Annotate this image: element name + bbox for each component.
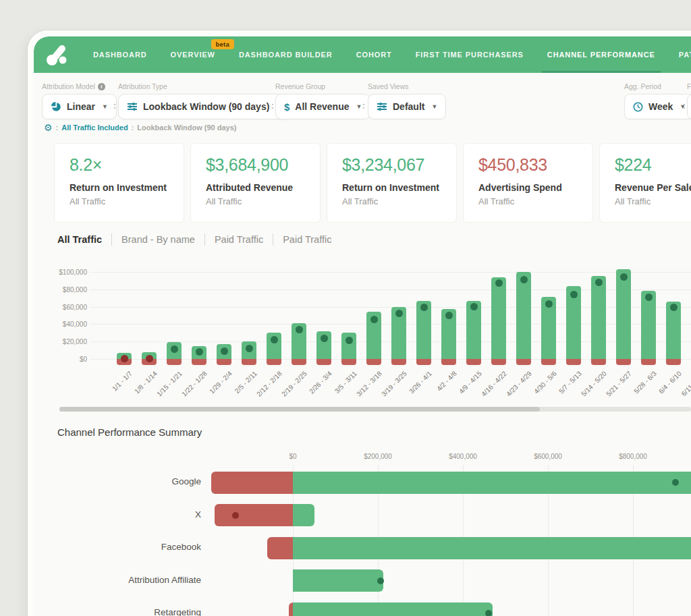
nav-item-label: DASHBOARD: [93, 51, 147, 59]
nav-item-dashboard-builder[interactable]: DASHBOARD BUILDER: [239, 36, 333, 73]
kpi-value: $224: [615, 155, 691, 175]
bar-segment-spend: [292, 359, 306, 365]
filter-label: F: [687, 82, 691, 90]
tab-paid-traffic-2[interactable]: Paid Traffic: [283, 234, 331, 245]
filter-revenue-group: Revenue Group $ All Revenue ▼: [275, 82, 370, 119]
kpi-label: Return on Investment: [70, 182, 169, 193]
bar-segment-spend: [267, 359, 281, 365]
filter-separator: :: [271, 101, 274, 111]
filter-separator: :: [362, 101, 365, 111]
channel-row-label: Attribution Affiliate: [57, 575, 201, 585]
tab-all-traffic[interactable]: All Traffic: [57, 234, 102, 245]
kpi-label: Revenue Per Sale: [615, 182, 691, 193]
dropdown-value: Week: [648, 101, 673, 112]
kpi-value: 8.2×: [70, 155, 169, 175]
tab-brand-by-name[interactable]: Brand - By name: [121, 234, 195, 245]
scrollbar-thumb[interactable]: [59, 407, 540, 412]
kpi-sublabel: All Traffic: [206, 196, 305, 206]
chevron-down-icon: ▼: [102, 103, 108, 110]
bar-segment-spend: [441, 359, 456, 365]
bar-segment-spend: [591, 359, 606, 365]
app-logo-icon[interactable]: [43, 40, 73, 69]
filter-label: Attribution Modeli: [42, 82, 117, 90]
filter-attribution-type: Attribution Type Lookback Window (90 day…: [118, 82, 291, 119]
bar-segment-spend: [217, 359, 231, 365]
channel-row-label: X: [57, 509, 201, 520]
bar-marker-dot: [246, 345, 253, 352]
bar-segment-revenue: [491, 277, 506, 359]
settings-gear-icon[interactable]: ⚙: [44, 123, 53, 132]
x-axis-tick-label: $600,000: [521, 453, 575, 460]
saved-views-dropdown[interactable]: Default ▼: [368, 94, 446, 119]
attribution-model-dropdown[interactable]: Linear ▼: [42, 94, 117, 119]
bar-segment-spend: [316, 359, 331, 365]
x-axis-tick-label: $800,000: [606, 453, 660, 460]
dropdown-value: Default: [393, 101, 424, 112]
bar-marker-dot: [271, 336, 278, 343]
bar-segment-spend: [516, 359, 531, 365]
nav-item-overview[interactable]: OVERVIEW beta: [171, 36, 215, 73]
bar-segment-revenue: [516, 272, 531, 359]
filter-separator: :: [113, 101, 116, 111]
filter-label: Agg. Period: [624, 82, 691, 90]
bar-segment-spend: [192, 359, 206, 365]
bar-marker-dot: [620, 273, 628, 281]
bar-marker-dot: [296, 326, 303, 333]
kpi-sublabel: All Traffic: [615, 196, 691, 206]
nav-item-cohort[interactable]: COHORT: [356, 36, 392, 73]
bar-segment-spend: [666, 359, 681, 365]
bar-segment-spend: [242, 359, 256, 365]
bar-marker-dot: [485, 610, 492, 616]
partial-dropdown[interactable]: [687, 94, 691, 119]
bar-marker-dot: [221, 347, 228, 355]
bar-segment-spend: [341, 359, 356, 365]
tab-divider: [204, 233, 205, 246]
tab-divider: [111, 233, 112, 246]
tab-paid-traffic-1[interactable]: Paid Traffic: [215, 234, 263, 245]
nav-item-first-time-purchasers[interactable]: FIRST TIME PURCHASERS: [416, 36, 524, 73]
kpi-label: Return on Investment: [342, 182, 441, 193]
x-axis-tick-label: $200,000: [351, 453, 405, 460]
bar-segment-revenue: [293, 504, 314, 526]
bar-segment-spend: [366, 359, 381, 365]
traffic-included-text: All Traffic Included: [61, 123, 128, 132]
attribution-type-dropdown[interactable]: Lookback Window (90 days) ▼: [118, 94, 291, 119]
revenue-group-dropdown[interactable]: $ All Revenue ▼: [275, 94, 370, 119]
bar-segment-revenue: [293, 569, 383, 592]
kpi-card-advertising-spend: $450,833 Advertising Spend All Traffic: [463, 143, 593, 223]
bar-marker-dot: [395, 310, 403, 317]
filter-saved-views: Saved Views Default ▼: [368, 82, 446, 119]
kpi-value: $3,234,067: [342, 155, 441, 175]
info-icon[interactable]: i: [98, 83, 105, 90]
nav-item-paths[interactable]: PATHS: [679, 36, 691, 73]
bar-marker-dot: [495, 279, 503, 287]
weekly-revenue-chart: $100,000$80,000$60,000$40,000$20,000$01/…: [57, 264, 691, 410]
chart-horizontal-scrollbar[interactable]: [59, 407, 691, 412]
bar-segment-revenue: [641, 291, 656, 359]
nav-item-channel-performance[interactable]: CHANNEL PERFORMANCE: [547, 36, 655, 73]
filter-separator: :: [683, 101, 686, 111]
nav-item-label: CHANNEL PERFORMANCE: [547, 51, 655, 59]
bar-marker-dot: [146, 355, 153, 362]
nav-item-dashboard[interactable]: DASHBOARD: [93, 36, 147, 73]
filter-attribution-model: Attribution Modeli Linear ▼: [42, 82, 117, 119]
dropdown-value: All Revenue: [295, 101, 349, 112]
channel-summary-chart: $0$200,000$400,000$600,000$800,000Google…: [57, 450, 691, 616]
y-gridline: [90, 272, 691, 273]
bar-marker-dot: [232, 512, 239, 519]
chevron-down-icon: ▼: [431, 103, 437, 110]
bar-marker-dot: [545, 300, 553, 308]
bar-marker-dot: [470, 303, 478, 310]
kpi-card-attributed-revenue: $3,684,900 Attributed Revenue All Traffi…: [190, 143, 321, 223]
beta-badge: beta: [211, 39, 234, 49]
bar-marker-dot: [670, 304, 678, 311]
bar-segment-spend: [541, 359, 556, 365]
kpi-value: $450,833: [478, 155, 578, 175]
filter-label: Saved Views: [368, 82, 446, 90]
agg-period-dropdown[interactable]: Week ▼: [624, 94, 691, 119]
channel-row-label: Facebook: [57, 542, 201, 552]
bar-marker-dot: [595, 279, 603, 286]
x-axis-tick-label: $400,000: [436, 453, 490, 460]
y-axis-tick-label: $100,000: [57, 269, 87, 276]
bar-segment-spend: [267, 537, 293, 559]
